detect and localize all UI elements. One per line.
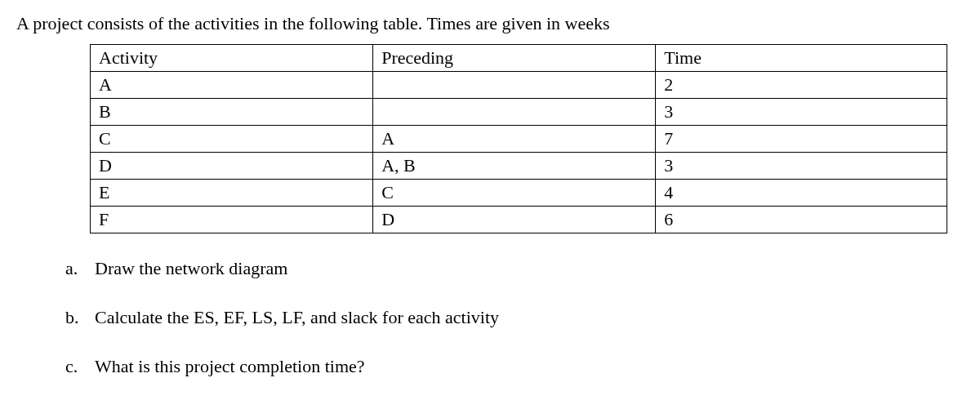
cell-time: 6 <box>656 207 947 233</box>
question-marker: c. <box>65 356 95 377</box>
table-row: A 2 <box>91 72 947 99</box>
table-row: C A 7 <box>91 126 947 153</box>
question-item: b. Calculate the ES, EF, LS, LF, and sla… <box>65 307 964 328</box>
cell-preceding: A, B <box>373 153 656 180</box>
question-item: c. What is this project completion time? <box>65 356 964 377</box>
question-text: Calculate the ES, EF, LS, LF, and slack … <box>95 307 499 328</box>
cell-time: 2 <box>656 72 947 99</box>
cell-time: 4 <box>656 180 947 207</box>
question-marker: b. <box>65 307 95 328</box>
cell-preceding: D <box>373 207 656 233</box>
header-time: Time <box>656 45 947 72</box>
question-list: a. Draw the network diagram b. Calculate… <box>65 258 964 377</box>
cell-activity: B <box>91 99 373 126</box>
table-row: E C 4 <box>91 180 947 207</box>
question-text: Draw the network diagram <box>95 258 287 279</box>
header-activity: Activity <box>91 45 373 72</box>
cell-activity: C <box>91 126 373 153</box>
header-preceding: Preceding <box>373 45 656 72</box>
cell-time: 3 <box>656 153 947 180</box>
cell-preceding <box>373 99 656 126</box>
cell-activity: F <box>91 207 373 233</box>
question-text: What is this project completion time? <box>95 356 365 377</box>
table-header-row: Activity Preceding Time <box>91 45 947 72</box>
activity-table: Activity Preceding Time A 2 B 3 C A 7 <box>90 44 947 233</box>
question-marker: a. <box>65 258 95 279</box>
cell-preceding <box>373 72 656 99</box>
cell-activity: D <box>91 153 373 180</box>
activity-table-container: Activity Preceding Time A 2 B 3 C A 7 <box>90 44 947 233</box>
cell-time: 3 <box>656 99 947 126</box>
intro-text: A project consists of the activities in … <box>16 13 964 34</box>
cell-preceding: C <box>373 180 656 207</box>
table-row: B 3 <box>91 99 947 126</box>
cell-activity: E <box>91 180 373 207</box>
cell-preceding: A <box>373 126 656 153</box>
table-row: D A, B 3 <box>91 153 947 180</box>
table-row: F D 6 <box>91 207 947 233</box>
cell-activity: A <box>91 72 373 99</box>
question-item: a. Draw the network diagram <box>65 258 964 279</box>
cell-time: 7 <box>656 126 947 153</box>
